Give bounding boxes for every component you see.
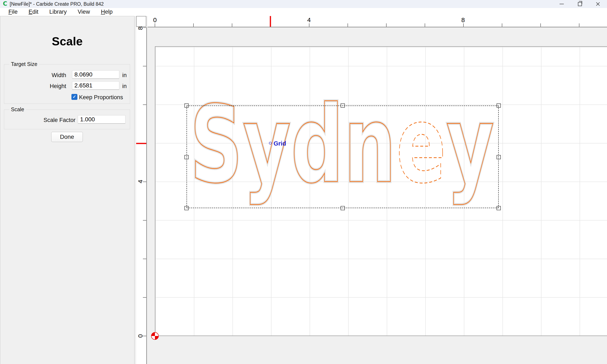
snap-grid-label: Grid bbox=[274, 140, 286, 147]
selection-handle-top-right[interactable] bbox=[497, 104, 501, 108]
scale-group-label: Scale bbox=[9, 106, 26, 113]
selection-handle-top-middle[interactable] bbox=[341, 104, 345, 108]
ruler-cursor-mark-y bbox=[136, 143, 146, 144]
scale-tool-panel: Scale Target Size Width in Height in ✓ K… bbox=[0, 16, 134, 364]
menu-help-accel: H bbox=[101, 9, 105, 15]
width-label: Width bbox=[4, 72, 66, 78]
h-ruler-label-0: 0 bbox=[153, 16, 157, 24]
checkmark-icon: ✓ bbox=[73, 94, 76, 99]
h-ruler-label-4: 4 bbox=[307, 16, 311, 24]
menu-library[interactable]: Library bbox=[44, 8, 72, 16]
menu-bar: File Edit Library View Help bbox=[0, 8, 607, 16]
menu-edit-accel: E bbox=[29, 9, 32, 15]
window-title: [NewFile]* - Carbide Create PRO, Build 8… bbox=[10, 0, 104, 8]
restore-button[interactable] bbox=[571, 0, 589, 8]
title-bar: C [NewFile]* - Carbide Create PRO, Build… bbox=[0, 0, 607, 8]
design-canvas[interactable]: Sydney Sydney Grid bbox=[147, 27, 607, 364]
menu-help-label: elp bbox=[105, 9, 113, 15]
done-button[interactable]: Done bbox=[51, 132, 83, 142]
menu-help[interactable]: Help bbox=[95, 8, 118, 16]
minimize-button[interactable] bbox=[553, 0, 571, 8]
height-unit: in bbox=[122, 83, 127, 90]
selection-handle-top-left[interactable] bbox=[185, 104, 189, 108]
app-logo-icon: C bbox=[2, 1, 8, 7]
done-button-label: Done bbox=[60, 133, 74, 140]
minimize-icon bbox=[560, 4, 564, 4]
menu-edit[interactable]: Edit bbox=[23, 8, 44, 16]
ruler-cursor-mark-x bbox=[270, 16, 271, 27]
close-button[interactable] bbox=[589, 0, 607, 8]
keep-proportions-checkbox[interactable]: ✓ bbox=[71, 94, 77, 100]
selection-handle-bottom-right[interactable] bbox=[497, 206, 501, 210]
menu-file[interactable]: File bbox=[3, 8, 23, 16]
width-unit: in bbox=[122, 72, 127, 78]
scale-factor-input[interactable] bbox=[78, 115, 125, 124]
vertical-ruler: 8 4 0 bbox=[136, 27, 147, 364]
panel-title: Scale bbox=[0, 34, 134, 48]
height-label: Height bbox=[4, 83, 66, 90]
selection-bounding-box[interactable] bbox=[186, 105, 499, 208]
menu-file-accel: F bbox=[8, 9, 12, 15]
selection-handle-middle-left[interactable] bbox=[185, 155, 189, 159]
target-size-group-label: Target Size bbox=[9, 61, 39, 67]
v-ruler-label-0: 0 bbox=[137, 332, 144, 340]
v-ruler-label-8: 8 bbox=[137, 25, 144, 32]
cursor-snap-icon bbox=[269, 142, 272, 144]
selection-handle-middle-right[interactable] bbox=[497, 155, 501, 159]
height-input[interactable] bbox=[72, 81, 119, 90]
close-icon bbox=[596, 2, 600, 6]
selection-handle-bottom-middle[interactable] bbox=[341, 206, 345, 210]
menu-file-label: ile bbox=[12, 9, 18, 15]
menu-library-label: Library bbox=[49, 9, 67, 15]
keep-proportions-label: Keep Proportions bbox=[79, 94, 123, 101]
target-size-group: Target Size Width in Height in ✓ Keep Pr… bbox=[4, 64, 130, 104]
scale-factor-label: Scale Factor bbox=[4, 117, 76, 123]
v-ruler-label-4: 4 bbox=[137, 178, 144, 185]
h-ruler-label-8: 8 bbox=[461, 16, 465, 24]
restore-icon bbox=[578, 2, 582, 6]
menu-view-label: View bbox=[78, 9, 90, 15]
horizontal-ruler-ticks bbox=[155, 23, 607, 27]
selection-handle-bottom-left[interactable] bbox=[185, 206, 189, 210]
width-input[interactable] bbox=[72, 70, 119, 79]
scale-group: Scale Scale Factor bbox=[4, 110, 130, 129]
horizontal-ruler: 0 4 8 bbox=[147, 16, 607, 27]
menu-edit-label: dit bbox=[32, 9, 39, 15]
menu-view[interactable]: View bbox=[72, 8, 95, 16]
